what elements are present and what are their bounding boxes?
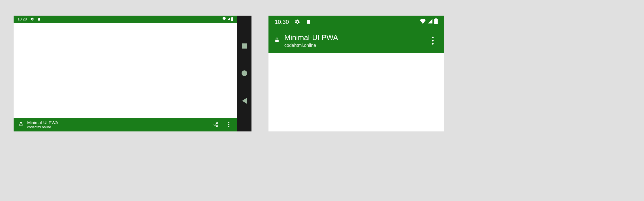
battery-icon xyxy=(231,17,233,22)
svg-line-9 xyxy=(215,125,216,126)
more-dots-icon xyxy=(228,122,229,127)
appbar-titles: Minimal-UI PWA codehtml.online xyxy=(284,33,338,48)
lock-icon xyxy=(274,37,280,45)
status-right xyxy=(222,17,233,22)
webview-content[interactable] xyxy=(268,53,444,131)
document-icon xyxy=(306,19,311,25)
app-title: Minimal-UI PWA xyxy=(284,33,338,42)
svg-rect-1 xyxy=(39,18,39,19)
more-dots-icon xyxy=(432,37,434,45)
svg-rect-0 xyxy=(38,18,40,20)
document-icon xyxy=(37,18,41,21)
share-button[interactable] xyxy=(211,120,220,129)
svg-rect-3 xyxy=(232,17,233,18)
app-host: codehtml.online xyxy=(27,125,58,129)
home-button[interactable] xyxy=(242,70,247,76)
appbar-titles: Minimal-UI PWA codehtml.online xyxy=(27,120,58,129)
more-button[interactable] xyxy=(427,35,438,46)
cellular-icon xyxy=(227,17,231,21)
battery-icon xyxy=(434,18,438,26)
svg-rect-13 xyxy=(435,18,436,19)
gear-icon xyxy=(295,19,300,25)
svg-rect-14 xyxy=(275,40,279,42)
svg-rect-4 xyxy=(20,124,22,126)
app-bar: Minimal-UI PWA codehtml.online xyxy=(14,118,237,131)
webview-content[interactable] xyxy=(14,23,237,118)
svg-rect-2 xyxy=(231,17,233,21)
status-left: 10:28 xyxy=(18,17,41,21)
gear-icon xyxy=(30,17,34,21)
svg-line-8 xyxy=(215,123,216,124)
device-landscape: 10:28 xyxy=(14,16,251,131)
status-time: 10:30 xyxy=(275,19,289,25)
status-time: 10:28 xyxy=(18,17,27,21)
svg-point-5 xyxy=(216,123,218,124)
svg-rect-10 xyxy=(307,20,310,24)
app-bar: Minimal-UI PWA codehtml.online xyxy=(268,28,444,53)
svg-point-7 xyxy=(216,125,218,127)
app-host: codehtml.online xyxy=(284,43,338,48)
more-button[interactable] xyxy=(224,120,233,129)
cellular-icon xyxy=(427,18,433,25)
status-right xyxy=(419,18,438,26)
landscape-main: 10:28 xyxy=(14,16,237,131)
wifi-icon xyxy=(419,18,426,25)
wifi-icon xyxy=(222,17,226,21)
svg-rect-12 xyxy=(434,19,438,24)
svg-rect-11 xyxy=(308,21,309,21)
status-left: 10:30 xyxy=(275,19,311,25)
status-bar: 10:30 xyxy=(268,16,444,28)
system-navbar xyxy=(237,16,251,131)
lock-icon xyxy=(19,122,23,128)
svg-point-6 xyxy=(214,124,215,125)
app-title: Minimal-UI PWA xyxy=(27,120,58,125)
overview-button[interactable] xyxy=(242,43,247,49)
back-button[interactable] xyxy=(242,98,247,104)
device-portrait: 10:30 Minimal-UI PWA codehtml. xyxy=(268,16,444,131)
status-bar: 10:28 xyxy=(14,16,237,23)
